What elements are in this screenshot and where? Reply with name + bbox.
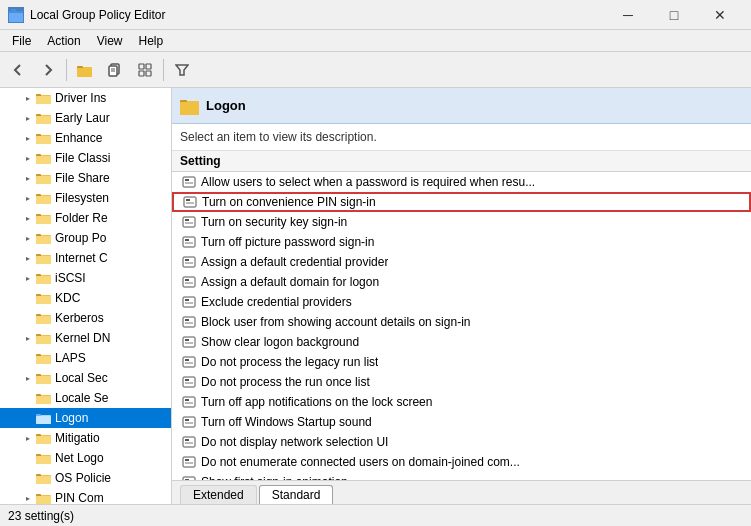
sidebar-item[interactable]: iSCSI [0, 268, 171, 288]
svg-rect-103 [185, 299, 189, 301]
tree-item-label: File Share [55, 171, 110, 185]
folder-icon [36, 91, 52, 105]
setting-row[interactable]: Do not process the run once list [172, 372, 751, 392]
sidebar-item[interactable]: File Share [0, 168, 171, 188]
sidebar-item[interactable]: Locale Se [0, 388, 171, 408]
sidebar-item[interactable]: PIN Com [0, 488, 171, 504]
setting-row[interactable]: Block user from showing account details … [172, 312, 751, 332]
svg-rect-29 [36, 176, 51, 184]
setting-icon [181, 234, 197, 250]
sidebar-item[interactable]: LAPS [0, 348, 171, 368]
maximize-button[interactable]: □ [651, 0, 697, 30]
sidebar-item[interactable]: Kerberos [0, 308, 171, 328]
close-button[interactable]: ✕ [697, 0, 743, 30]
sidebar-item[interactable]: Filesysten [0, 188, 171, 208]
tab-standard[interactable]: Standard [259, 485, 334, 504]
setting-row[interactable]: Do not display network selection UI [172, 432, 751, 452]
menu-action[interactable]: Action [39, 32, 88, 50]
toolbar-separator-1 [66, 59, 67, 81]
svg-rect-26 [36, 156, 51, 164]
tab-extended[interactable]: Extended [180, 485, 257, 504]
setting-icon [181, 254, 197, 270]
sidebar-item[interactable]: KDC [0, 288, 171, 308]
folder-icon [36, 131, 52, 145]
forward-button[interactable] [34, 56, 62, 84]
window-controls: ─ □ ✕ [605, 0, 743, 30]
svg-rect-96 [183, 257, 195, 267]
folder-icon [36, 191, 52, 205]
sidebar-item[interactable]: Logon [0, 408, 171, 428]
svg-rect-50 [36, 316, 51, 324]
setting-row[interactable]: Turn on convenience PIN sign-in [172, 192, 751, 212]
tree-expander [20, 290, 36, 306]
svg-rect-85 [185, 179, 189, 181]
svg-rect-38 [36, 236, 51, 244]
setting-row[interactable]: Assign a default domain for logon [172, 272, 751, 292]
setting-row[interactable]: Assign a default credential provider [172, 252, 751, 272]
setting-row[interactable]: Turn off picture password sign-in [172, 232, 751, 252]
svg-rect-13 [146, 71, 151, 76]
sidebar-item[interactable]: Enhance [0, 128, 171, 148]
setting-text: Exclude credential providers [201, 295, 352, 309]
sidebar-item[interactable]: Net Logo [0, 448, 171, 468]
sidebar-item[interactable]: OS Policie [0, 468, 171, 488]
folder-icon [36, 211, 52, 225]
tree-expander [20, 170, 36, 186]
svg-rect-87 [184, 197, 196, 207]
sidebar-item[interactable]: File Classi [0, 148, 171, 168]
sidebar-item[interactable]: Kernel DN [0, 328, 171, 348]
sidebar-item[interactable]: Driver Ins [0, 88, 171, 108]
svg-rect-108 [183, 337, 195, 347]
setting-row[interactable]: Exclude credential providers [172, 292, 751, 312]
setting-row[interactable]: Show clear logon background [172, 332, 751, 352]
sidebar-item[interactable]: Internet C [0, 248, 171, 268]
svg-rect-117 [183, 397, 195, 407]
setting-row[interactable]: Allow users to select when a password is… [172, 172, 751, 192]
setting-row[interactable]: Do not process the legacy run list [172, 352, 751, 372]
svg-rect-71 [36, 456, 51, 464]
toolbar [0, 52, 751, 88]
sidebar-item[interactable]: Early Laur [0, 108, 171, 128]
sidebar-item[interactable]: Mitigatio [0, 428, 171, 448]
folder-button[interactable] [71, 56, 99, 84]
sidebar-item[interactable]: Local Sec [0, 368, 171, 388]
setting-row[interactable]: Turn off app notifications on the lock s… [172, 392, 751, 412]
svg-rect-100 [185, 279, 189, 281]
menu-file[interactable]: File [4, 32, 39, 50]
folder-icon [36, 371, 52, 385]
setting-row[interactable]: Show first sign-in animation [172, 472, 751, 480]
setting-text: Do not process the run once list [201, 375, 370, 389]
filter-button[interactable] [168, 56, 196, 84]
tree-expander [20, 90, 36, 106]
menu-view[interactable]: View [89, 32, 131, 50]
tree-item-label: Enhance [55, 131, 102, 145]
sidebar-item[interactable]: Group Po [0, 228, 171, 248]
tree-item-label: Group Po [55, 231, 106, 245]
setting-row[interactable]: Turn off Windows Startup sound [172, 412, 751, 432]
tree-expander [20, 130, 36, 146]
svg-marker-14 [176, 65, 188, 75]
copy-button[interactable] [101, 56, 129, 84]
setting-icon [181, 394, 197, 410]
tree-expander [20, 490, 36, 504]
menu-help[interactable]: Help [131, 32, 172, 50]
sidebar-item[interactable]: Folder Re [0, 208, 171, 228]
svg-rect-102 [183, 297, 195, 307]
settings-table: Setting Allow users to select when a pas… [172, 151, 751, 480]
minimize-button[interactable]: ─ [605, 0, 651, 30]
setting-row[interactable]: Turn on security key sign-in [172, 212, 751, 232]
expand-button[interactable] [131, 56, 159, 84]
tree-item-label: Filesysten [55, 191, 109, 205]
folder-icon [36, 231, 52, 245]
svg-rect-41 [36, 256, 51, 264]
setting-row[interactable]: Do not enumerate connected users on doma… [172, 452, 751, 472]
tree-expander [20, 470, 36, 486]
app-icon [8, 7, 24, 23]
tree-expander [20, 330, 36, 346]
back-button[interactable] [4, 56, 32, 84]
settings-column-header: Setting [172, 151, 751, 172]
folder-icon [36, 171, 52, 185]
svg-rect-77 [36, 496, 51, 504]
tree-item-label: Local Sec [55, 371, 108, 385]
tree-expander [20, 270, 36, 286]
